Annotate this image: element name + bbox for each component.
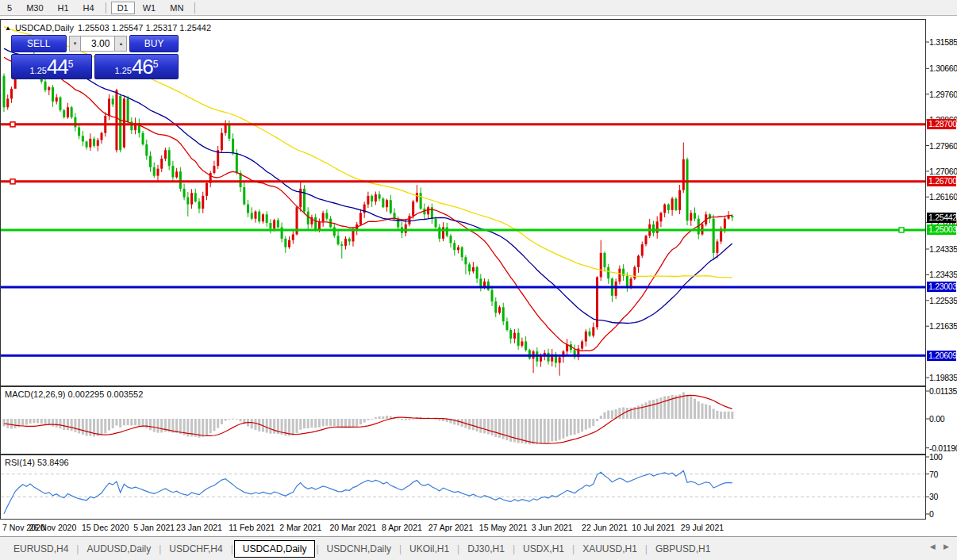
- tab-ukoil-h1[interactable]: UKOil,H1: [402, 540, 456, 558]
- macd-axis-label: 0.00: [929, 414, 956, 424]
- rsi-axis-label: 30: [929, 492, 956, 501]
- buy-price-prefix: 1.25: [114, 65, 131, 77]
- buy-price-fraction: 5: [153, 55, 159, 74]
- tab-usdcad-daily[interactable]: USDCAD,Daily: [234, 540, 316, 558]
- horizontal-lines-layer: [1, 122, 925, 355]
- tab-audusd-daily[interactable]: AUDUSD,Daily: [79, 540, 158, 558]
- tab-scroll-arrows[interactable]: ◀ ▶: [930, 543, 952, 550]
- price-axis-label: 1.27060: [929, 167, 956, 176]
- buy-price-button[interactable]: 1.25 46 5: [94, 54, 179, 79]
- tab-xauusd-h1[interactable]: XAUUSD,H1: [575, 540, 644, 558]
- hline-handle[interactable]: [10, 122, 15, 127]
- macd-layer: [3, 392, 734, 444]
- tab-eurusd-h4[interactable]: EURUSD,H4: [6, 540, 75, 558]
- price-axis-label: 1.26160: [929, 192, 956, 201]
- price-axis-label: 1.21635: [929, 321, 956, 331]
- level-price-tag: 1.23003: [927, 282, 956, 292]
- trade-panel-controls: SELL ▾ ▴ BUY: [11, 35, 179, 52]
- tab-usdchf-h4[interactable]: USDCHF,H4: [162, 540, 229, 558]
- buy-button[interactable]: BUY: [129, 35, 179, 52]
- collapse-triangle-icon[interactable]: ▲: [5, 25, 11, 32]
- rsi-axis-label: 0: [929, 509, 956, 519]
- macd-axis-label: -0.01190: [929, 443, 956, 453]
- price-axis-label: 1.24335: [929, 244, 956, 254]
- chart-tab-bar: EURUSD,H4|AUDUSD,Daily|USDCHF,H4|USDCAD,…: [0, 536, 957, 560]
- sell-price-prefix: 1.25: [29, 65, 46, 77]
- hline-handle[interactable]: [10, 179, 15, 184]
- chart-ohlc-values: 1.25503 1.25547 1.25317 1.25442: [78, 23, 211, 33]
- level-price-tag: 1.20609: [927, 351, 956, 361]
- rsi-indicator-label: RSI(14) 53.8496: [5, 458, 69, 467]
- rsi-axis-label: 100: [929, 452, 956, 462]
- date-axis-label: 29 Jul 2021: [671, 523, 734, 532]
- tab-usdcnh-daily[interactable]: USDCNH,Daily: [320, 540, 398, 558]
- tab-dj30-h1[interactable]: DJ30,H1: [460, 540, 512, 558]
- chart-canvas[interactable]: [0, 0, 957, 560]
- level-price-tag: 1.26700: [927, 176, 956, 186]
- tab-usdx-h1[interactable]: USDX,H1: [516, 540, 571, 558]
- sell-price-button[interactable]: 1.25 44 5: [11, 54, 92, 79]
- tab-gbpusd-h1[interactable]: GBPUSD,H1: [648, 540, 717, 558]
- hline-handle[interactable]: [899, 228, 904, 232]
- trade-panel-prices: 1.25 44 5 1.25 46 5: [11, 54, 179, 79]
- price-axis-label: 1.23435: [929, 270, 956, 279]
- rsi-layer: [1, 471, 925, 514]
- price-axis-label: 1.22535: [929, 296, 956, 305]
- panel-frame: [1, 455, 926, 520]
- buy-price-pips: 46: [132, 56, 153, 77]
- volume-input[interactable]: [81, 36, 114, 52]
- chart-symbol-label: USDCAD,Daily: [15, 23, 74, 33]
- price-axis-label: 1.30660: [929, 63, 956, 73]
- level-price-tag: 1.25003: [927, 224, 956, 235]
- macd-indicator-label: MACD(12,26,9) 0.002295 0.003552: [5, 389, 143, 399]
- price-axis-label: 1.19835: [929, 373, 956, 382]
- price-axis-label: 1.27960: [929, 141, 956, 151]
- sell-price-pips: 44: [47, 56, 68, 77]
- macd-axis-label: 0.01135: [929, 386, 956, 396]
- volume-increase-button[interactable]: ▴: [114, 36, 127, 52]
- price-axis-label: 1.29760: [929, 90, 956, 99]
- chart-title: ▲ USDCAD,Daily 1.25503 1.25547 1.25317 1…: [5, 23, 211, 33]
- current-price-tag: 1.25442: [927, 213, 956, 223]
- rsi-axis-label: 70: [929, 470, 956, 479]
- level-price-tag: 1.28700: [927, 119, 956, 129]
- volume-decrease-button[interactable]: ▾: [69, 36, 82, 52]
- sell-button[interactable]: SELL: [11, 35, 67, 52]
- candles-layer: [3, 52, 734, 375]
- sell-price-fraction: 5: [68, 55, 74, 74]
- price-axis-label: 1.31585: [929, 37, 956, 47]
- one-click-trade-panel: SELL ▾ ▴ BUY 1.25 44 5 1.25 46 5: [11, 35, 179, 79]
- trading-platform-window: 5M30H1H4D1W1MN ▲ USDCAD,Daily 1.25503 1.…: [0, 0, 957, 560]
